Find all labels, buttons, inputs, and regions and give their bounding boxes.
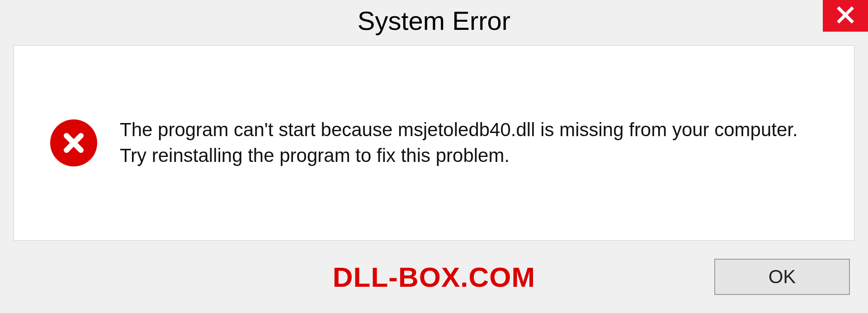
ok-button[interactable]: OK — [714, 259, 850, 295]
dialog-footer: DLL-BOX.COM OK — [0, 241, 868, 313]
title-bar: System Error — [0, 0, 868, 45]
error-icon — [50, 119, 97, 166]
close-button[interactable] — [823, 0, 868, 32]
close-icon — [836, 6, 854, 26]
ok-button-label: OK — [769, 266, 796, 288]
system-error-dialog: System Error The program can't start bec… — [0, 0, 868, 313]
error-message: The program can't start because msjetole… — [120, 117, 818, 168]
dialog-content: The program can't start because msjetole… — [14, 45, 854, 241]
dialog-title: System Error — [358, 5, 510, 36]
error-icon-wrap — [50, 119, 97, 166]
watermark-text: DLL-BOX.COM — [333, 261, 535, 293]
